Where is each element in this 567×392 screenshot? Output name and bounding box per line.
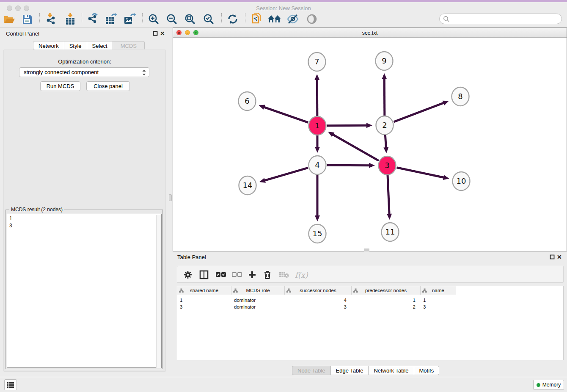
arrowhead-icon (443, 101, 449, 105)
mcds-result-groupbox: MCDS result (2 nodes) 1 3 (6, 210, 163, 369)
control-panel-float-icon[interactable] (153, 31, 158, 36)
task-history-button[interactable] (4, 379, 17, 390)
clone-network-icon[interactable] (249, 13, 263, 25)
import-network-icon[interactable] (44, 13, 58, 25)
tab-network-table[interactable]: Network Table (369, 366, 414, 375)
refresh-icon[interactable] (226, 13, 239, 25)
arrowhead-icon (314, 74, 319, 80)
edge-1-2[interactable] (327, 125, 367, 126)
column-label: successor nodes (300, 288, 336, 293)
add-row-icon[interactable] (248, 270, 256, 280)
home-icon[interactable] (268, 13, 281, 25)
network-graph[interactable]: 7968124314101511 (173, 38, 567, 251)
column-type-icon (233, 288, 238, 293)
graph-node-label: 10 (457, 177, 466, 185)
column-label: predecessor nodes (365, 288, 407, 293)
table-panel-close-icon[interactable]: ✕ (557, 254, 562, 260)
save-icon[interactable] (20, 13, 34, 25)
export-table-icon[interactable] (104, 13, 118, 25)
result-scrollbar[interactable] (156, 215, 161, 368)
tab-select[interactable]: Select (87, 41, 113, 50)
edge-4-14[interactable] (264, 168, 308, 180)
graph-node-label: 2 (382, 121, 387, 130)
column-header-shared-name[interactable]: shared name (177, 286, 231, 295)
table-cell[interactable]: dominator (234, 304, 285, 310)
close-panel-button[interactable]: Close panel (86, 81, 130, 91)
mcds-result-line: 3 (9, 222, 161, 229)
control-panel-close-icon[interactable]: ✕ (160, 30, 165, 37)
table-cell[interactable]: 1 (180, 297, 231, 304)
edge-1-7[interactable] (317, 79, 317, 116)
table-panel-title: Table Panel (177, 254, 206, 260)
table-cell[interactable]: 3 (285, 304, 347, 310)
edge-3-11[interactable] (388, 175, 389, 215)
memory-button[interactable]: Memory (533, 380, 564, 390)
column-header-MCDS-role[interactable]: MCDS role (231, 286, 285, 295)
tab-motifs[interactable]: Motifs (414, 366, 440, 375)
graph-node-label: 9 (382, 56, 386, 65)
table-cell[interactable]: 4 (285, 297, 347, 304)
table-cell[interactable]: dominator (234, 297, 285, 304)
task-list-icon (7, 381, 14, 388)
table-cell[interactable]: 3 (423, 304, 456, 310)
tab-style[interactable]: Style (64, 41, 87, 50)
column-header-name[interactable]: name (421, 286, 456, 295)
arrowhead-icon (315, 215, 320, 221)
delete-row-icon[interactable] (264, 270, 271, 280)
arrowhead-icon (366, 123, 372, 128)
graph-node-label: 4 (315, 160, 319, 169)
toolbar-separator (221, 13, 222, 24)
export-network-icon[interactable] (86, 13, 99, 25)
table-tabs: Node Table Edge Table Network Table Moti… (292, 366, 439, 375)
horizontal-splitter-grip[interactable] (364, 248, 369, 251)
tab-mcds[interactable]: MCDS (113, 41, 145, 50)
table-cell[interactable]: 3 (180, 304, 231, 310)
network-canvas[interactable]: 7968124314101511 (173, 38, 567, 251)
table-panel-float-icon[interactable] (550, 254, 555, 259)
gear-icon[interactable] (184, 270, 192, 280)
mcds-result-list[interactable]: 1 3 (7, 214, 162, 368)
mcds-result-line: 1 (9, 215, 161, 222)
zoom-selected-icon[interactable] (202, 13, 215, 25)
vertical-splitter-grip[interactable] (169, 194, 172, 201)
tab-network[interactable]: Network (33, 41, 64, 50)
delete-table-icon (279, 270, 289, 280)
zoom-in-icon[interactable] (147, 13, 160, 25)
column-label: name (432, 288, 444, 293)
edge-2-3[interactable] (385, 135, 386, 148)
table-cell[interactable]: 1 (352, 297, 416, 304)
edge-4-3[interactable] (327, 165, 370, 166)
zoom-fit-icon[interactable] (183, 13, 197, 25)
table-cell[interactable]: 2 (352, 304, 416, 310)
search-box[interactable] (439, 14, 562, 24)
table-cell[interactable]: 1 (423, 297, 456, 304)
tab-edge-table[interactable]: Edge Table (331, 366, 369, 375)
edge-2-9[interactable] (384, 78, 385, 116)
search-input[interactable] (450, 16, 561, 22)
toolbar-separator (82, 13, 82, 24)
show-details-icon[interactable] (305, 13, 319, 25)
import-table-icon[interactable] (63, 13, 77, 25)
node-table[interactable]: shared nameMCDS rolesuccessor nodesprede… (177, 286, 564, 360)
deselect-all-icon[interactable] (231, 270, 242, 280)
run-mcds-button[interactable]: Run MCDS (40, 81, 80, 91)
split-panel-icon[interactable] (199, 270, 209, 280)
hide-details-icon[interactable] (286, 13, 300, 25)
zoom-out-icon[interactable] (165, 13, 179, 25)
network-window-titlebar[interactable]: ✕ − + scc.txt (173, 28, 567, 38)
edge-1-6[interactable] (264, 107, 308, 123)
select-all-icon[interactable] (215, 270, 226, 280)
edge-3-10[interactable] (397, 168, 444, 178)
dropdown-arrows-icon (142, 69, 146, 76)
optimization-dropdown[interactable]: strongly connected component (19, 67, 149, 77)
column-type-icon (179, 288, 184, 293)
edge-3-1[interactable] (333, 134, 379, 160)
edge-2-8[interactable] (394, 103, 444, 122)
export-image-icon[interactable] (123, 13, 136, 25)
function-icon: f(x) (295, 270, 308, 280)
column-header-successor-nodes[interactable]: successor nodes (285, 286, 352, 295)
column-header-predecessor-nodes[interactable]: predecessor nodes (352, 286, 421, 295)
control-panel-title: Control Panel (6, 30, 39, 37)
open-folder-icon[interactable] (3, 13, 16, 25)
tab-node-table[interactable]: Node Table (292, 366, 331, 375)
